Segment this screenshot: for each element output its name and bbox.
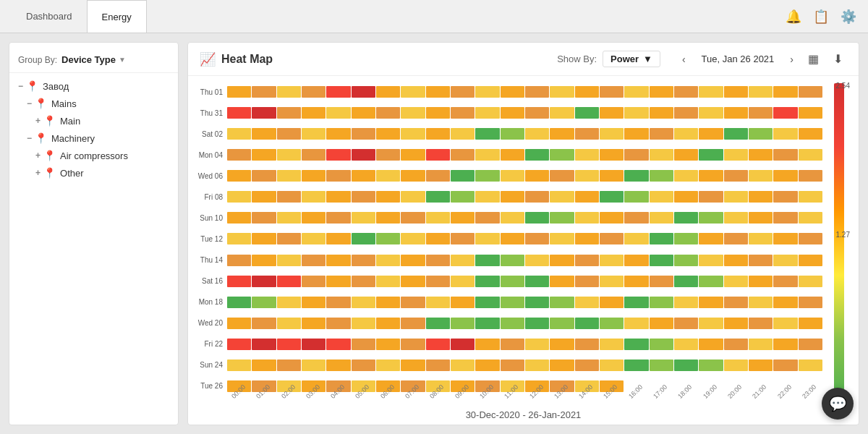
heatmap-cell[interactable] xyxy=(550,128,574,140)
heatmap-cell[interactable] xyxy=(277,107,301,119)
heatmap-cell[interactable] xyxy=(550,191,574,203)
heatmap-cell[interactable] xyxy=(376,297,400,308)
heatmap-cell[interactable] xyxy=(426,255,450,266)
heatmap-cell[interactable] xyxy=(650,318,673,329)
heatmap-cell[interactable] xyxy=(525,128,549,140)
heatmap-cell[interactable] xyxy=(773,297,797,308)
heatmap-cell[interactable] xyxy=(252,170,276,182)
heatmap-cell[interactable] xyxy=(600,318,624,329)
heatmap-cell[interactable] xyxy=(227,339,251,350)
heatmap-cell[interactable] xyxy=(401,339,425,350)
heatmap-cell[interactable] xyxy=(624,339,648,350)
tree-item-zavod[interactable]: − 📍 Завод xyxy=(9,77,178,95)
heatmap-cell[interactable] xyxy=(525,255,549,266)
heatmap-cell[interactable] xyxy=(302,255,326,266)
heatmap-cell[interactable] xyxy=(773,170,797,182)
heatmap-cell[interactable] xyxy=(475,233,499,244)
heatmap-cell[interactable] xyxy=(376,212,400,224)
heatmap-cell[interactable] xyxy=(426,107,450,119)
heatmap-cell[interactable] xyxy=(575,128,599,140)
heatmap-cell[interactable] xyxy=(525,297,549,308)
heatmap-cell[interactable] xyxy=(252,149,276,161)
heatmap-cell[interactable] xyxy=(674,149,698,161)
heatmap-cell[interactable] xyxy=(501,212,524,224)
heatmap-cell[interactable] xyxy=(426,86,450,98)
heatmap-cell[interactable] xyxy=(674,297,698,308)
heatmap-cell[interactable] xyxy=(302,212,326,224)
heatmap-cell[interactable] xyxy=(252,297,276,308)
heatmap-cell[interactable] xyxy=(401,276,425,287)
heatmap-cell[interactable] xyxy=(326,191,350,203)
heatmap-cell[interactable] xyxy=(799,359,822,371)
heatmap-cell[interactable] xyxy=(475,191,499,203)
heatmap-cell[interactable] xyxy=(227,191,251,203)
heatmap-cell[interactable] xyxy=(699,339,723,350)
heatmap-cell[interactable] xyxy=(525,170,549,182)
heatmap-cell[interactable] xyxy=(575,212,599,224)
heatmap-cell[interactable] xyxy=(749,255,773,266)
heatmap-cell[interactable] xyxy=(252,339,276,350)
heatmap-cell[interactable] xyxy=(624,233,648,244)
heatmap-cell[interactable] xyxy=(451,339,475,350)
heatmap-cell[interactable] xyxy=(401,149,425,161)
heatmap-cell[interactable] xyxy=(550,212,574,224)
heatmap-cell[interactable] xyxy=(277,318,301,329)
heatmap-cell[interactable] xyxy=(799,297,822,308)
chat-bubble[interactable]: 💬 xyxy=(822,388,854,420)
heatmap-cell[interactable] xyxy=(376,233,400,244)
heatmap-cell[interactable] xyxy=(302,276,326,287)
heatmap-cell[interactable] xyxy=(376,170,400,182)
heatmap-cell[interactable] xyxy=(277,128,301,140)
heatmap-cell[interactable] xyxy=(699,86,723,98)
heatmap-cell[interactable] xyxy=(401,212,425,224)
heatmap-cell[interactable] xyxy=(326,128,350,140)
heatmap-cell[interactable] xyxy=(624,191,648,203)
heatmap-cell[interactable] xyxy=(650,276,673,287)
heatmap-cell[interactable] xyxy=(475,276,499,287)
heatmap-cell[interactable] xyxy=(799,86,822,98)
heatmap-cell[interactable] xyxy=(426,191,450,203)
heatmap-cell[interactable] xyxy=(699,212,723,224)
heatmap-cell[interactable] xyxy=(773,276,797,287)
heatmap-cell[interactable] xyxy=(475,149,499,161)
heatmap-cell[interactable] xyxy=(773,149,797,161)
heatmap-cell[interactable] xyxy=(575,170,599,182)
heatmap-cell[interactable] xyxy=(773,233,797,244)
heatmap-cell[interactable] xyxy=(426,149,450,161)
bell-icon[interactable]: 🔔 xyxy=(786,9,801,25)
heatmap-cell[interactable] xyxy=(724,170,748,182)
heatmap-cell[interactable] xyxy=(227,170,251,182)
heatmap-cell[interactable] xyxy=(749,128,773,140)
heatmap-cell[interactable] xyxy=(773,212,797,224)
heatmap-cell[interactable] xyxy=(724,339,748,350)
heatmap-cell[interactable] xyxy=(773,107,797,119)
heatmap-cell[interactable] xyxy=(326,107,350,119)
heatmap-cell[interactable] xyxy=(426,233,450,244)
show-by-select[interactable]: Power ▼ xyxy=(603,51,660,67)
heatmap-cell[interactable] xyxy=(575,359,599,371)
heatmap-cell[interactable] xyxy=(749,86,773,98)
heatmap-cell[interactable] xyxy=(426,276,450,287)
heatmap-cell[interactable] xyxy=(749,297,773,308)
heatmap-cell[interactable] xyxy=(674,86,698,98)
heatmap-cell[interactable] xyxy=(277,149,301,161)
heatmap-cell[interactable] xyxy=(773,128,797,140)
tree-item-mains[interactable]: − 📍 Mains xyxy=(9,95,178,112)
heatmap-cell[interactable] xyxy=(624,212,648,224)
heatmap-cell[interactable] xyxy=(799,107,822,119)
heatmap-cell[interactable] xyxy=(699,107,723,119)
heatmap-cell[interactable] xyxy=(699,191,723,203)
group-by-select[interactable]: Device Type ▼ xyxy=(61,54,126,65)
heatmap-cell[interactable] xyxy=(650,359,673,371)
heatmap-cell[interactable] xyxy=(451,318,475,329)
heatmap-cell[interactable] xyxy=(326,276,350,287)
heatmap-cell[interactable] xyxy=(724,128,748,140)
heatmap-cell[interactable] xyxy=(699,276,723,287)
heatmap-cell[interactable] xyxy=(227,107,251,119)
heatmap-cell[interactable] xyxy=(749,191,773,203)
heatmap-cell[interactable] xyxy=(624,107,648,119)
heatmap-cell[interactable] xyxy=(401,255,425,266)
heatmap-cell[interactable] xyxy=(575,233,599,244)
heatmap-cell[interactable] xyxy=(600,339,624,350)
heatmap-cell[interactable] xyxy=(724,233,748,244)
